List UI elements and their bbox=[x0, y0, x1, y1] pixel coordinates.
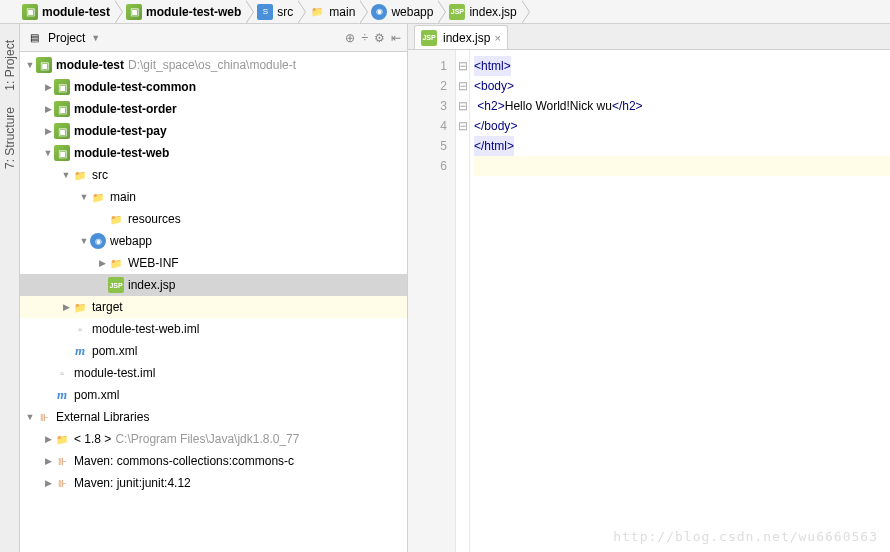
expand-arrow[interactable] bbox=[60, 323, 72, 335]
expand-arrow[interactable] bbox=[60, 169, 72, 181]
tree-node[interactable]: 📁< 1.8 >C:\Program Files\Java\jdk1.8.0_7… bbox=[20, 428, 407, 450]
expand-arrow[interactable] bbox=[96, 279, 108, 291]
editor-area: JSP index.jsp × 123456 ⊟⊟⊟⊟ <html> <body… bbox=[408, 24, 890, 552]
expand-arrow[interactable] bbox=[24, 411, 36, 423]
expand-arrow[interactable] bbox=[42, 147, 54, 159]
tree-node[interactable]: JSPindex.jsp bbox=[20, 274, 407, 296]
tree-node[interactable]: ▣module-testD:\git_space\os_china\module… bbox=[20, 54, 407, 76]
panel-header: ▤ Project ▼ ⊕ ÷ ⚙ ⇤ bbox=[20, 24, 407, 52]
expand-arrow[interactable] bbox=[42, 477, 54, 489]
project-tree[interactable]: ▣module-testD:\git_space\os_china\module… bbox=[20, 52, 407, 552]
tree-node[interactable]: ▫module-test.iml bbox=[20, 362, 407, 384]
tree-node[interactable]: 📁target bbox=[20, 296, 407, 318]
tree-node[interactable]: 📁main bbox=[20, 186, 407, 208]
expand-arrow[interactable] bbox=[42, 81, 54, 93]
collapse-icon[interactable]: ÷ bbox=[361, 31, 368, 45]
tree-node[interactable]: ▣module-test-order bbox=[20, 98, 407, 120]
tree-node[interactable]: ⊪External Libraries bbox=[20, 406, 407, 428]
line-gutter: 123456 bbox=[408, 50, 456, 552]
breadcrumb-item[interactable]: 📁main bbox=[307, 0, 359, 23]
panel-title: Project bbox=[48, 31, 85, 45]
tree-node[interactable]: ▣module-test-pay bbox=[20, 120, 407, 142]
tab-index-jsp[interactable]: JSP index.jsp × bbox=[414, 25, 508, 49]
breadcrumb: ▣module-test▣module-test-webSsrc📁main◉we… bbox=[0, 0, 890, 24]
expand-arrow[interactable] bbox=[60, 345, 72, 357]
tree-node[interactable]: ⊪Maven: junit:junit:4.12 bbox=[20, 472, 407, 494]
expand-arrow[interactable] bbox=[42, 125, 54, 137]
expand-arrow[interactable] bbox=[60, 301, 72, 313]
expand-arrow[interactable] bbox=[42, 389, 54, 401]
code-area[interactable]: 123456 ⊟⊟⊟⊟ <html> <body> <h2>Hello Worl… bbox=[408, 50, 890, 552]
sidebar-tab-project[interactable]: 1: Project bbox=[1, 32, 19, 99]
hide-icon[interactable]: ⇤ bbox=[391, 31, 401, 45]
expand-arrow[interactable] bbox=[96, 257, 108, 269]
tree-node[interactable]: 📁src bbox=[20, 164, 407, 186]
gear-icon[interactable]: ⚙ bbox=[374, 31, 385, 45]
tree-node[interactable]: mpom.xml bbox=[20, 384, 407, 406]
expand-arrow[interactable] bbox=[42, 103, 54, 115]
close-icon[interactable]: × bbox=[494, 32, 500, 44]
expand-arrow[interactable] bbox=[42, 433, 54, 445]
tree-node[interactable]: ▫module-test-web.iml bbox=[20, 318, 407, 340]
tree-node[interactable]: ▣module-test-web bbox=[20, 142, 407, 164]
tab-filename: index.jsp bbox=[443, 31, 490, 45]
tree-node[interactable]: ▣module-test-common bbox=[20, 76, 407, 98]
jsp-icon: JSP bbox=[421, 30, 437, 46]
tree-node[interactable]: ◉webapp bbox=[20, 230, 407, 252]
chevron-down-icon[interactable]: ▼ bbox=[91, 33, 100, 43]
tree-node[interactable]: 📁resources bbox=[20, 208, 407, 230]
breadcrumb-item[interactable]: ▣module-test-web bbox=[124, 0, 245, 23]
expand-arrow[interactable] bbox=[42, 455, 54, 467]
tree-node[interactable]: ⊪Maven: commons-collections:commons-c bbox=[20, 450, 407, 472]
left-toolbar: 1: Project 7: Structure bbox=[0, 24, 20, 552]
breadcrumb-item[interactable]: JSPindex.jsp bbox=[447, 0, 520, 23]
breadcrumb-item[interactable]: ▣module-test bbox=[20, 0, 114, 23]
project-icon: ▤ bbox=[26, 30, 42, 46]
watermark: http://blog.csdn.net/wu6660563 bbox=[613, 529, 878, 544]
expand-arrow[interactable] bbox=[24, 59, 36, 71]
expand-arrow[interactable] bbox=[42, 367, 54, 379]
expand-arrow[interactable] bbox=[96, 213, 108, 225]
breadcrumb-item[interactable]: Ssrc bbox=[255, 0, 297, 23]
sidebar-tab-structure[interactable]: 7: Structure bbox=[1, 99, 19, 177]
project-panel: ▤ Project ▼ ⊕ ÷ ⚙ ⇤ ▣module-testD:\git_s… bbox=[20, 24, 408, 552]
editor-tabs: JSP index.jsp × bbox=[408, 24, 890, 50]
tree-node[interactable]: mpom.xml bbox=[20, 340, 407, 362]
fold-gutter: ⊟⊟⊟⊟ bbox=[456, 50, 470, 552]
code-content[interactable]: <html> <body> <h2>Hello World!Nick wu</h… bbox=[470, 50, 890, 552]
expand-arrow[interactable] bbox=[78, 191, 90, 203]
scroll-from-source-icon[interactable]: ⊕ bbox=[345, 31, 355, 45]
breadcrumb-item[interactable]: ◉webapp bbox=[369, 0, 437, 23]
expand-arrow[interactable] bbox=[78, 235, 90, 247]
tree-node[interactable]: 📁WEB-INF bbox=[20, 252, 407, 274]
